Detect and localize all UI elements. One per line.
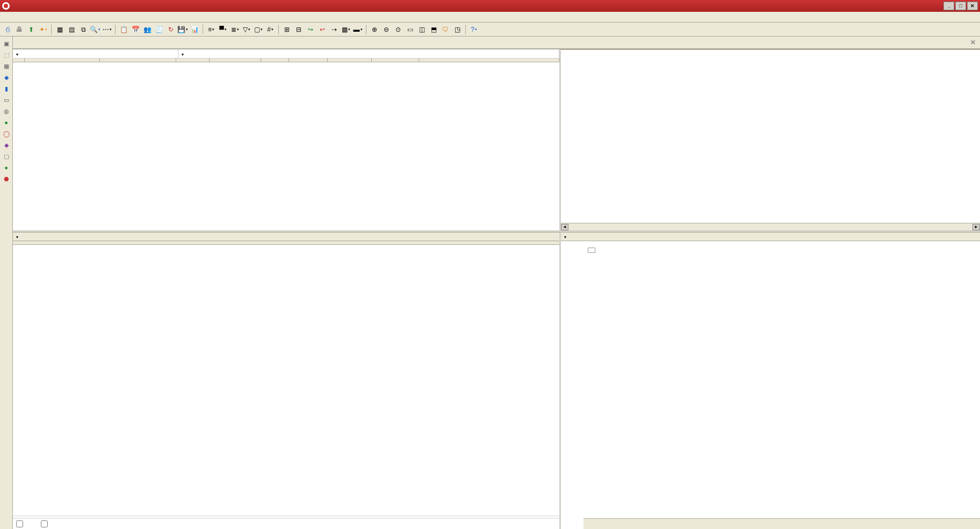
reports-icon[interactable]: 📊 [189, 24, 200, 35]
tool-gantt-icon[interactable]: ▬ [352, 24, 363, 35]
add-icon[interactable]: ⊞ [282, 24, 292, 35]
filter-icon[interactable]: ▽ [241, 24, 252, 35]
store-icon[interactable]: 💾 [177, 24, 188, 35]
col-resources[interactable] [419, 59, 559, 62]
side-doc-icon[interactable]: ▢ [2, 151, 11, 161]
print-icon[interactable]: 🖶 [14, 24, 25, 35]
layout-icon[interactable]: ▦ [54, 24, 65, 35]
wizard-icon[interactable]: ✦ [38, 24, 48, 35]
resource-options [13, 518, 559, 529]
side-risk-icon[interactable]: ◆ [2, 140, 11, 150]
col-total-float[interactable] [261, 59, 289, 62]
histogram-display-selector[interactable] [561, 233, 980, 241]
resource-header [13, 241, 559, 245]
unlink-icon[interactable]: ↩ [317, 24, 328, 35]
settings-dropdown-icon[interactable]: ⋯ [102, 24, 112, 35]
color-icon[interactable]: ▀ [218, 24, 228, 35]
bars-icon[interactable]: ▤ [66, 24, 77, 35]
panel-title-bar: ✕ [13, 37, 980, 49]
layout-selector[interactable] [13, 49, 178, 58]
gantt-scrollbar[interactable]: ◄ ► [561, 223, 980, 230]
delete-icon[interactable]: ⊟ [293, 24, 304, 35]
columns-icon[interactable]: ≡ [206, 24, 217, 35]
app-icon [2, 2, 10, 10]
histogram-legend [588, 248, 595, 253]
col-duration[interactable] [289, 59, 328, 62]
grid-header [13, 59, 559, 62]
tool-grid-icon[interactable]: ▦ [341, 24, 351, 35]
side-stop-icon[interactable]: ⬣ [2, 174, 11, 184]
side-assign-icon[interactable]: ▮ [2, 84, 11, 93]
side-reports-icon[interactable]: ▭ [2, 95, 11, 105]
scroll-right-icon[interactable]: ► [972, 224, 980, 230]
col-id[interactable] [25, 59, 100, 62]
split-h-icon[interactable]: ⬒ [428, 24, 439, 35]
group-icon[interactable]: ▢ [253, 24, 264, 35]
resource-panel [13, 233, 561, 529]
side-res-icon[interactable]: ◆ [2, 73, 11, 82]
reflect-icon[interactable]: ↻ [165, 24, 176, 35]
histogram-x-axis [583, 518, 980, 529]
progress-icon[interactable]: ◳ [452, 24, 463, 35]
resource-display-selector[interactable] [13, 233, 559, 241]
zoom-fit-icon[interactable]: ⊙ [393, 24, 403, 35]
link-icon[interactable]: ↪ [305, 24, 316, 35]
side-projects-icon[interactable]: ▣ [2, 39, 11, 48]
close-button[interactable]: ✕ [967, 2, 978, 10]
relationship-icon[interactable]: ⇢ [329, 24, 340, 35]
zoom-out-icon[interactable]: ⊖ [381, 24, 392, 35]
schedule-icon[interactable]: 📅 [130, 24, 141, 35]
window-titlebar: _ □ ✕ [0, 0, 980, 12]
col-finish[interactable] [372, 59, 419, 62]
gantt-body[interactable] [561, 50, 980, 223]
zoom-tool-icon[interactable]: 🔍 [90, 24, 100, 35]
panel-close-icon[interactable]: ✕ [970, 39, 976, 46]
side-activities-icon[interactable]: ▦ [2, 61, 11, 71]
resource-list [13, 245, 559, 516]
col-start[interactable] [328, 59, 372, 62]
side-ok-icon[interactable]: ● [2, 163, 11, 172]
publish-icon[interactable]: ⬆ [26, 24, 37, 35]
help-icon[interactable]: ? [469, 24, 479, 35]
time-period-checkbox[interactable] [16, 520, 25, 527]
activity-table [13, 49, 561, 230]
print-preview-icon[interactable]: ⎙ [2, 24, 13, 35]
maximize-button[interactable]: □ [955, 2, 966, 10]
menubar [0, 12, 980, 23]
side-tracking-icon[interactable]: ◍ [2, 106, 11, 116]
page-icon[interactable]: ▭ [405, 24, 415, 35]
number-icon[interactable]: # [265, 24, 276, 35]
minimize-button[interactable]: _ [943, 2, 954, 10]
col-name[interactable] [100, 59, 176, 62]
filter-selector[interactable] [178, 49, 559, 58]
split-v-icon[interactable]: ◫ [416, 24, 427, 35]
resource-checkbox[interactable] [41, 520, 49, 527]
side-toolbar: ▣ ⬚ ▦ ◆ ▮ ▭ ◍ ● ◯ ◆ ▢ ● ⬣ [0, 37, 13, 529]
gantt-chart: ◄ ► [561, 49, 980, 230]
scroll-left-icon[interactable]: ◄ [561, 224, 568, 230]
copy-icon[interactable]: 📋 [118, 24, 129, 35]
side-issues-icon[interactable]: ◯ [2, 129, 11, 139]
grid-body [13, 62, 559, 230]
side-global-icon[interactable]: ● [2, 118, 11, 127]
histogram-body[interactable] [561, 241, 980, 529]
col-num[interactable] [13, 59, 25, 62]
resources-icon[interactable]: 🧾 [154, 24, 164, 35]
assign-icon[interactable]: 👥 [142, 24, 153, 35]
side-wbs-icon[interactable]: ⬚ [2, 50, 11, 60]
zoom-in-icon[interactable]: ⊕ [369, 24, 380, 35]
histogram-bars [583, 241, 980, 518]
timescale-icon[interactable]: ⧉ [78, 24, 89, 35]
histogram-y-axis [561, 241, 583, 518]
text-icon[interactable]: ≣ [229, 24, 240, 35]
histogram-panel [561, 233, 980, 529]
note-icon[interactable]: 🗨 [440, 24, 451, 35]
main-toolbar: ⎙ 🖶 ⬆ ✦ ▦ ▤ ⧉ 🔍 ⋯ 📋 📅 👥 🧾 ↻ 💾 📊 ≡ ▀ ≣ ▽ … [0, 23, 980, 37]
col-cal[interactable] [176, 59, 210, 62]
col-type[interactable] [210, 59, 261, 62]
